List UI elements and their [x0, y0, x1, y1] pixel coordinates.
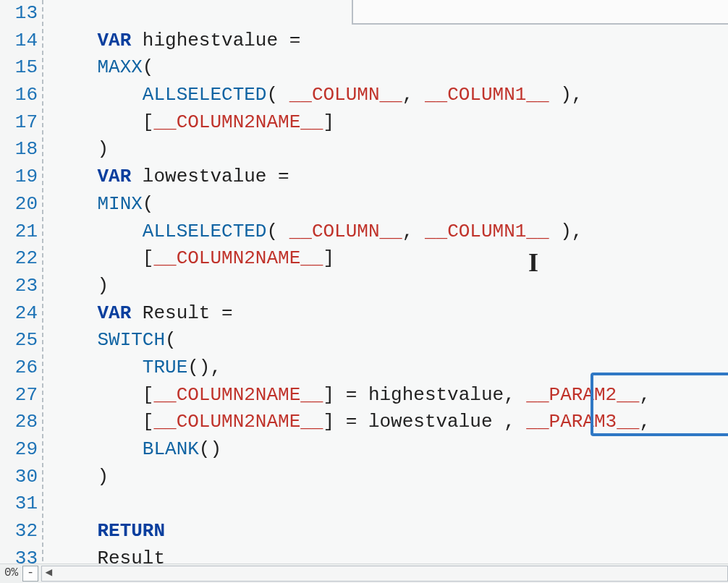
token-plain: [: [52, 384, 153, 406]
token-ph: __COLUMN2NAME__: [153, 384, 323, 406]
token-plain: ] = highestvalue,: [323, 384, 526, 406]
token-plain: [52, 193, 97, 215]
token-plain: [52, 221, 143, 242]
token-plain: ,: [402, 84, 425, 106]
line-number: 19: [0, 163, 38, 191]
token-ph: __PARAM3__: [526, 411, 639, 433]
scroll-left-icon[interactable]: ◀: [42, 565, 55, 582]
line-number: 14: [0, 27, 38, 55]
code-line[interactable]: RETURN: [52, 518, 728, 545]
line-number: 31: [0, 490, 38, 518]
token-plain: [52, 357, 143, 378]
token-fn: MAXX: [97, 56, 142, 78]
code-line[interactable]: [__COLUMN2NAME__] = highestvalue, __PARA…: [52, 382, 728, 409]
token-plain: [52, 166, 97, 187]
code-line[interactable]: [__COLUMN2NAME__]: [52, 109, 728, 137]
token-plain: [52, 520, 97, 542]
token-plain: [: [52, 247, 153, 269]
code-line[interactable]: BLANK(): [52, 436, 728, 464]
code-line[interactable]: ALLSELECTED( __COLUMN__, __COLUMN1__ ),: [52, 82, 728, 109]
token-plain: (: [266, 221, 289, 242]
line-number: 23: [0, 273, 38, 300]
code-line[interactable]: [52, 0, 728, 27]
code-line[interactable]: ): [52, 136, 728, 163]
token-plain: [52, 30, 97, 51]
zoom-stepper-down[interactable]: -: [22, 566, 38, 582]
code-line[interactable]: ): [52, 464, 728, 491]
token-fn: ALLSELECTED: [143, 221, 267, 242]
token-plain: (): [199, 438, 221, 460]
code-line[interactable]: [52, 490, 728, 518]
token-ph: __COLUMN2NAME__: [153, 111, 323, 133]
line-number: 17: [0, 109, 38, 137]
line-number: 26: [0, 354, 38, 382]
token-ph: __COLUMN__: [289, 221, 402, 242]
code-line[interactable]: ): [52, 273, 728, 300]
line-number: 13: [0, 0, 38, 27]
line-number: 32: [0, 518, 38, 545]
code-line[interactable]: MINX(: [52, 191, 728, 218]
code-line[interactable]: SWITCH(: [52, 327, 728, 354]
token-fn: SWITCH: [97, 329, 165, 351]
token-plain: ]: [323, 247, 334, 269]
line-number: 15: [0, 54, 38, 82]
line-number-gutter: 1314151617181920212223242526272829303132…: [0, 0, 41, 583]
line-number: 16: [0, 82, 38, 109]
line-number: 28: [0, 409, 38, 436]
token-fn: BLANK: [143, 438, 199, 460]
status-bar: 0% - ◀: [0, 563, 728, 583]
line-number: 30: [0, 464, 38, 491]
token-ph: __COLUMN1__: [425, 221, 549, 242]
code-line[interactable]: ALLSELECTED( __COLUMN__, __COLUMN1__ ),: [52, 218, 728, 246]
token-plain: ,: [639, 411, 651, 433]
token-ph: __PARAM2__: [526, 384, 639, 406]
code-line[interactable]: MAXX(: [52, 54, 728, 82]
token-plain: (: [165, 329, 177, 351]
line-number: 21: [0, 218, 38, 246]
token-fn: ALLSELECTED: [143, 84, 267, 106]
token-plain: ),: [549, 84, 583, 106]
code-line[interactable]: [__COLUMN2NAME__]: [52, 245, 728, 273]
token-kw-var: VAR: [97, 30, 131, 51]
code-line[interactable]: VAR Result =: [52, 300, 728, 328]
token-plain: Result =: [131, 302, 232, 324]
token-plain: ),: [549, 221, 583, 242]
code-area[interactable]: I VAR highestvalue = MAXX( ALLSELECTED( …: [43, 0, 728, 583]
token-ph: __COLUMN__: [289, 84, 402, 106]
code-line[interactable]: TRUE(),: [52, 354, 728, 382]
token-plain: [52, 56, 97, 78]
token-kw-return: RETURN: [97, 520, 165, 542]
line-number: 29: [0, 436, 38, 464]
token-plain: (: [266, 84, 289, 106]
code-editor[interactable]: 1314151617181920212223242526272829303132…: [0, 0, 728, 583]
token-fn: MINX: [97, 193, 142, 215]
token-fn: TRUE: [143, 357, 187, 378]
token-plain: (: [143, 193, 154, 215]
token-kw-var: VAR: [97, 166, 131, 187]
token-plain: ): [52, 466, 109, 488]
token-plain: (),: [187, 357, 221, 378]
token-plain: [: [52, 411, 153, 433]
line-number: 20: [0, 191, 38, 218]
token-plain: ]: [323, 111, 334, 133]
token-ph: __COLUMN1__: [425, 84, 549, 106]
token-ph: __COLUMN2NAME__: [153, 247, 323, 269]
token-ph: __COLUMN2NAME__: [153, 411, 323, 433]
zoom-level: 0%: [0, 565, 22, 582]
token-plain: [52, 329, 97, 351]
token-plain: ,: [639, 384, 651, 406]
token-kw-var: VAR: [97, 302, 131, 324]
token-plain: [52, 84, 143, 106]
token-plain: [52, 302, 97, 324]
horizontal-scrollbar[interactable]: ◀: [41, 566, 728, 582]
line-number: 24: [0, 300, 38, 328]
line-number: 18: [0, 136, 38, 163]
code-line[interactable]: VAR lowestvalue =: [52, 163, 728, 191]
token-plain: ,: [402, 221, 425, 242]
token-plain: [: [52, 111, 153, 133]
token-plain: ] = lowestvalue ,: [323, 411, 526, 433]
code-line[interactable]: VAR highestvalue =: [52, 27, 728, 55]
code-line[interactable]: [__COLUMN2NAME__] = lowestvalue , __PARA…: [52, 409, 728, 436]
token-plain: lowestvalue =: [131, 166, 289, 187]
token-plain: (: [143, 56, 154, 78]
